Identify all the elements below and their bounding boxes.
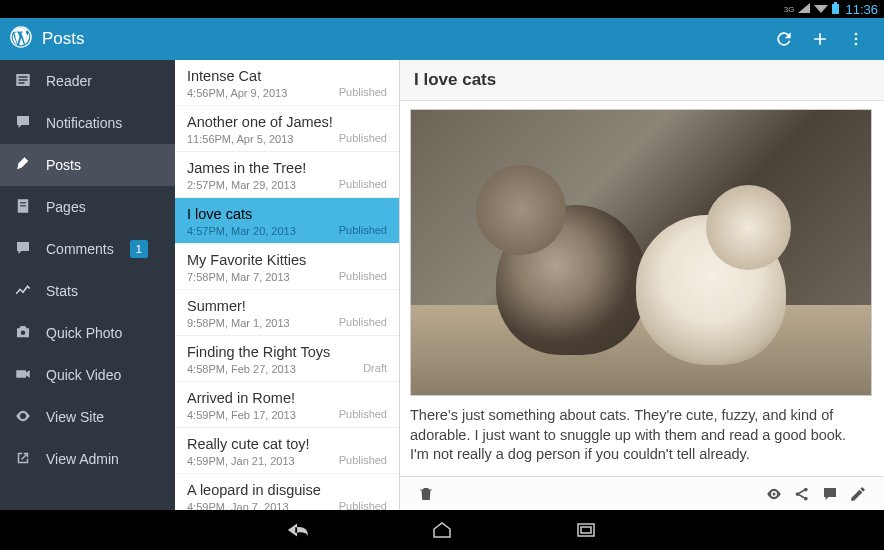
post-list-item[interactable]: Another one of James!11:56PM, Apr 5, 201… xyxy=(175,106,399,152)
post-title: Another one of James! xyxy=(187,114,387,130)
post-status: Published xyxy=(339,500,387,510)
comments-badge: 1 xyxy=(130,240,148,258)
post-list-item[interactable]: Arrived in Rome!4:59PM, Feb 17, 2013Publ… xyxy=(175,382,399,428)
sidebar-item-comments[interactable]: Comments1 xyxy=(0,228,175,270)
svg-rect-7 xyxy=(19,76,28,78)
post-title: Finding the Right Toys xyxy=(187,344,387,360)
svg-marker-0 xyxy=(798,3,810,13)
reader-icon xyxy=(14,71,32,92)
post-list[interactable]: Intense Cat4:56PM, Apr 9, 2013PublishedA… xyxy=(175,60,400,510)
android-nav-bar xyxy=(0,510,884,550)
svg-point-15 xyxy=(773,492,776,495)
post-list-item[interactable]: Really cute cat toy!4:59PM, Jan 21, 2013… xyxy=(175,428,399,474)
post-list-item[interactable]: I love cats4:57PM, Mar 20, 2013Published xyxy=(175,198,399,244)
post-status: Draft xyxy=(363,362,387,374)
video-icon xyxy=(14,365,32,386)
sidebar-item-label: Pages xyxy=(46,199,86,215)
detail-title: I love cats xyxy=(400,60,884,101)
posts-icon xyxy=(14,155,32,176)
sidebar-item-label: Posts xyxy=(46,157,81,173)
detail-body: There's just something about cats. They'… xyxy=(400,101,884,476)
post-title: Arrived in Rome! xyxy=(187,390,387,406)
post-list-item[interactable]: James in the Tree!2:57PM, Mar 29, 2013Pu… xyxy=(175,152,399,198)
battery-icon xyxy=(832,4,839,14)
post-status: Published xyxy=(339,316,387,328)
view-button[interactable] xyxy=(760,480,788,508)
post-title: My Favorite Kitties xyxy=(187,252,387,268)
share-button[interactable] xyxy=(788,480,816,508)
sidebar-item-label: Quick Video xyxy=(46,367,121,383)
action-bar-title: Posts xyxy=(42,29,766,49)
sidebar-item-reader[interactable]: Reader xyxy=(0,60,175,102)
wifi-icon xyxy=(814,2,828,16)
post-status: Published xyxy=(339,408,387,420)
sidebar-item-label: View Admin xyxy=(46,451,119,467)
svg-rect-11 xyxy=(20,202,26,203)
post-status: Published xyxy=(339,86,387,98)
svg-rect-12 xyxy=(20,205,26,206)
trash-button[interactable] xyxy=(412,480,440,508)
svg-rect-8 xyxy=(19,79,28,81)
wordpress-logo-icon xyxy=(10,26,32,52)
sidebar-item-pages[interactable]: Pages xyxy=(0,186,175,228)
sidebar-item-stats[interactable]: Stats xyxy=(0,270,175,312)
featured-image xyxy=(410,109,872,396)
action-bar: Posts xyxy=(0,18,884,60)
sidebar-item-label: View Site xyxy=(46,409,104,425)
post-title: I love cats xyxy=(187,206,387,222)
add-button[interactable] xyxy=(802,21,838,57)
post-status: Published xyxy=(339,224,387,236)
sidebar-item-notifications[interactable]: Notifications xyxy=(0,102,175,144)
pages-icon xyxy=(14,197,32,218)
sidebar-item-external[interactable]: View Admin xyxy=(0,438,175,480)
recent-apps-button[interactable] xyxy=(574,518,598,542)
post-status: Published xyxy=(339,178,387,190)
sidebar-item-eye[interactable]: View Site xyxy=(0,396,175,438)
post-list-item[interactable]: A leopard in disguise4:59PM, Jan 7, 2013… xyxy=(175,474,399,510)
svg-point-5 xyxy=(855,43,858,46)
svg-marker-1 xyxy=(814,5,828,13)
detail-text: There's just something about cats. They'… xyxy=(410,406,874,465)
notifications-icon xyxy=(14,113,32,134)
back-button[interactable] xyxy=(286,518,310,542)
post-status: Published xyxy=(339,132,387,144)
post-title: Intense Cat xyxy=(187,68,387,84)
post-meta: 4:58PM, Feb 27, 2013 xyxy=(187,363,387,375)
post-list-item[interactable]: Finding the Right Toys4:58PM, Feb 27, 20… xyxy=(175,336,399,382)
post-list-item[interactable]: Intense Cat4:56PM, Apr 9, 2013Published xyxy=(175,60,399,106)
external-icon xyxy=(14,449,32,470)
network-type-label: 3G xyxy=(784,5,795,14)
svg-point-13 xyxy=(21,330,26,335)
comments-icon xyxy=(14,239,32,260)
sidebar-item-camera[interactable]: Quick Photo xyxy=(0,312,175,354)
sidebar-item-video[interactable]: Quick Video xyxy=(0,354,175,396)
android-status-bar: 3G 11:36 xyxy=(0,0,884,18)
post-title: James in the Tree! xyxy=(187,160,387,176)
post-status: Published xyxy=(339,270,387,282)
refresh-button[interactable] xyxy=(766,21,802,57)
comment-button[interactable] xyxy=(816,480,844,508)
sidebar-item-posts[interactable]: Posts xyxy=(0,144,175,186)
post-title: A leopard in disguise xyxy=(187,482,387,498)
sidebar-item-label: Comments xyxy=(46,241,114,257)
sidebar-item-label: Stats xyxy=(46,283,78,299)
post-title: Summer! xyxy=(187,298,387,314)
overflow-menu-button[interactable] xyxy=(838,21,874,57)
clock: 11:36 xyxy=(845,2,878,17)
svg-rect-9 xyxy=(19,82,25,84)
post-detail: I love cats There's just something about… xyxy=(400,60,884,510)
post-title: Really cute cat toy! xyxy=(187,436,387,452)
post-list-item[interactable]: My Favorite Kitties7:58PM, Mar 7, 2013Pu… xyxy=(175,244,399,290)
sidebar-item-label: Notifications xyxy=(46,115,122,131)
post-list-item[interactable]: Summer!9:58PM, Mar 1, 2013Published xyxy=(175,290,399,336)
post-status: Published xyxy=(339,454,387,466)
eye-icon xyxy=(14,407,32,428)
stats-icon xyxy=(14,281,32,302)
home-button[interactable] xyxy=(430,518,454,542)
svg-point-3 xyxy=(855,33,858,36)
signal-icon xyxy=(798,2,810,16)
sidebar-item-label: Reader xyxy=(46,73,92,89)
edit-button[interactable] xyxy=(844,480,872,508)
svg-rect-20 xyxy=(581,527,591,533)
sidebar-item-label: Quick Photo xyxy=(46,325,122,341)
